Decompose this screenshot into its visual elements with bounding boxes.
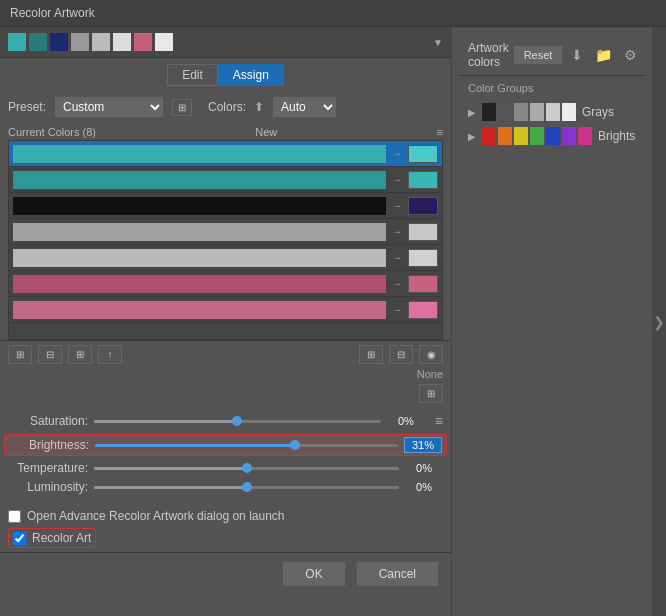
preset-select[interactable]: Custom Default <box>54 96 164 118</box>
brightness-fill <box>95 444 295 447</box>
folder-icon-btn[interactable]: 📁 <box>591 45 616 65</box>
preset-row: Preset: Custom Default ⊞ Colors: ⬆ Auto … <box>0 92 451 122</box>
list-view-btn[interactable]: ⊟ <box>389 345 413 364</box>
current-color-1 <box>13 171 386 189</box>
right-panel: Artwork colors Reset ⬇ 📁 ⚙ Color Groups … <box>452 27 652 616</box>
left-panel: ▼ Edit Assign Preset: Custom Default ⊞ C… <box>0 27 452 616</box>
grid-icon-btn[interactable]: ⊞ <box>419 384 443 403</box>
current-color-4 <box>13 249 386 267</box>
color-list[interactable]: → → → → <box>8 140 443 340</box>
brightness-thumb[interactable] <box>290 440 300 450</box>
reset-button[interactable]: Reset <box>513 45 564 65</box>
new-color-5 <box>408 275 438 293</box>
luminosity-thumb[interactable] <box>242 482 252 492</box>
table-view-btn[interactable]: ⊞ <box>359 345 383 364</box>
swatch-5[interactable] <box>113 33 131 51</box>
swatch-4[interactable] <box>92 33 110 51</box>
temperature-track[interactable] <box>94 467 399 470</box>
new-colors-label: New <box>255 126 277 138</box>
sliders-menu-icon[interactable]: ≡ <box>435 413 443 429</box>
brightness-label: Brightness: <box>9 438 89 452</box>
colors-select[interactable]: Auto 123 456 <box>272 96 337 118</box>
color-row-4[interactable]: → <box>9 245 442 271</box>
gray-swatch-3 <box>530 103 544 121</box>
swatch-1[interactable] <box>29 33 47 51</box>
settings-icon-btn[interactable]: ⚙ <box>620 45 641 65</box>
none-label: None <box>0 368 451 382</box>
saturation-fill <box>94 420 237 423</box>
color-wheel-btn[interactable]: ◉ <box>419 345 443 364</box>
arrow-icon-2: → <box>390 200 404 211</box>
gray-swatch-4 <box>546 103 560 121</box>
color-row-2[interactable]: → <box>9 193 442 219</box>
current-colors-label: Current Colors (8) <box>8 126 96 138</box>
new-color-1 <box>408 171 438 189</box>
gray-swatch-2 <box>514 103 528 121</box>
merge-btn[interactable]: ⊞ <box>68 345 92 364</box>
arrow-icon-1: → <box>390 174 404 185</box>
luminosity-track[interactable] <box>94 486 399 489</box>
new-color-0 <box>408 145 438 163</box>
saturation-label: Saturation: <box>8 414 88 428</box>
swatch-3[interactable] <box>71 33 89 51</box>
isolate-btn[interactable]: ↑ <box>98 345 122 364</box>
colors-stepper-up[interactable]: ⬆ <box>254 100 264 114</box>
arrow-icon-4: → <box>390 252 404 263</box>
footer-row: OK Cancel <box>0 552 451 595</box>
bright-swatch-6 <box>578 127 592 145</box>
add-row-btn[interactable]: ⊞ <box>8 345 32 364</box>
color-row-0[interactable]: → <box>9 141 442 167</box>
color-groups-label: Color Groups <box>468 82 636 94</box>
advance-checkbox[interactable] <box>8 510 21 523</box>
list-menu-icon[interactable]: ≡ <box>437 126 443 138</box>
tab-edit[interactable]: Edit <box>167 64 218 86</box>
grid-icon-area: ⊞ <box>0 382 451 407</box>
saturation-row: Saturation: 0% ≡ <box>8 413 443 429</box>
swatch-7[interactable] <box>155 33 173 51</box>
color-row-3[interactable]: → <box>9 219 442 245</box>
brightness-row: Brightness: 31% <box>4 434 447 456</box>
temperature-thumb[interactable] <box>242 463 252 473</box>
arrow-icon-3: → <box>390 226 404 237</box>
cancel-button[interactable]: Cancel <box>356 561 439 587</box>
brightness-track[interactable] <box>95 444 398 447</box>
ok-button[interactable]: OK <box>282 561 345 587</box>
new-color-6 <box>408 301 438 319</box>
brights-arrow: ▶ <box>468 131 476 142</box>
delete-row-btn[interactable]: ⊟ <box>38 345 62 364</box>
recolor-art-checkbox[interactable] <box>13 532 26 545</box>
artwork-colors-label: Artwork colors <box>468 41 509 69</box>
advance-checkbox-label: Open Advance Recolor Artwork dialog on l… <box>27 509 285 523</box>
temperature-fill <box>94 467 247 470</box>
saturation-track[interactable] <box>94 420 381 423</box>
new-color-2 <box>408 197 438 215</box>
color-group-brights[interactable]: ▶ Brights <box>468 124 636 148</box>
recolor-art-checkbox-row: Recolor Art <box>8 528 96 548</box>
swatch-0[interactable] <box>8 33 26 51</box>
swatch-2[interactable] <box>50 33 68 51</box>
right-handle[interactable]: ❯ <box>652 27 666 616</box>
preset-icon-btn[interactable]: ⊞ <box>172 99 192 116</box>
color-row-1[interactable]: → <box>9 167 442 193</box>
swatches-dropdown[interactable]: ▼ <box>433 37 443 48</box>
brightness-value: 31% <box>404 437 442 453</box>
gray-swatch-1 <box>498 103 512 121</box>
brights-label: Brights <box>598 129 635 143</box>
preset-label: Preset: <box>8 100 46 114</box>
color-row-6[interactable]: → <box>9 297 442 323</box>
grays-swatches <box>482 103 576 121</box>
color-group-grays[interactable]: ▶ Grays <box>468 100 636 124</box>
swatches-row: ▼ <box>0 27 451 58</box>
new-color-4 <box>408 249 438 267</box>
tab-assign[interactable]: Assign <box>218 64 284 86</box>
saturation-thumb[interactable] <box>232 416 242 426</box>
download-icon-btn[interactable]: ⬇ <box>567 45 587 65</box>
swatch-6[interactable] <box>134 33 152 51</box>
bright-swatch-2 <box>514 127 528 145</box>
temperature-label: Temperature: <box>8 461 88 475</box>
advance-checkbox-row: Open Advance Recolor Artwork dialog on l… <box>8 509 443 523</box>
color-row-5[interactable]: → <box>9 271 442 297</box>
handle-icon: ❯ <box>653 314 665 330</box>
current-color-2 <box>13 197 386 215</box>
sliders-section: Saturation: 0% ≡ Brightness: 31% <box>0 407 451 505</box>
